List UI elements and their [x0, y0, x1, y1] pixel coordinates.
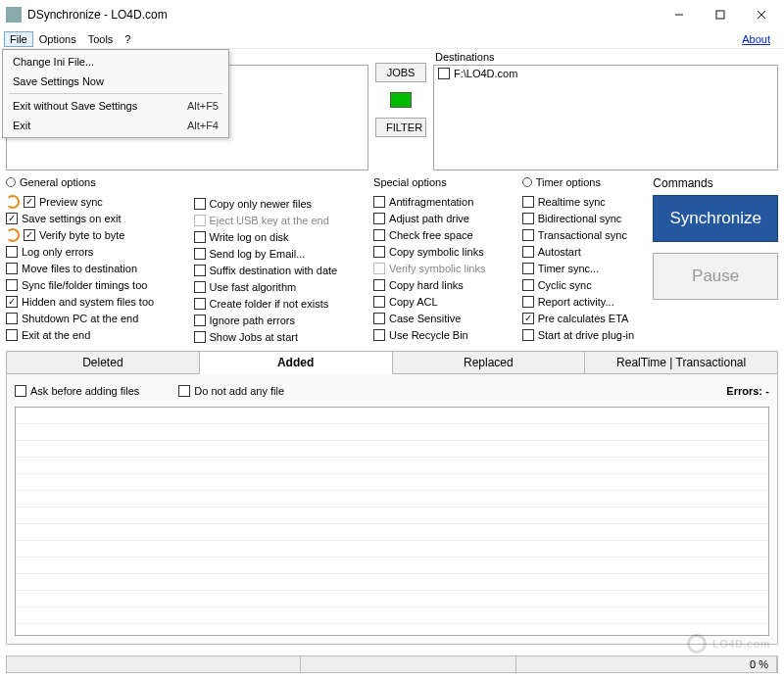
checkbox[interactable]: [194, 281, 206, 293]
tab-replaced[interactable]: Replaced: [393, 351, 586, 374]
checkbox[interactable]: [373, 229, 385, 241]
checkbox[interactable]: [373, 296, 385, 308]
checkbox[interactable]: [194, 331, 206, 343]
checkbox[interactable]: [194, 198, 206, 210]
checkbox[interactable]: [373, 329, 385, 341]
checkbox[interactable]: [6, 213, 18, 224]
checkbox[interactable]: [522, 279, 534, 291]
checkbox[interactable]: [194, 298, 206, 310]
special-option-0[interactable]: Antifragmentation: [373, 193, 518, 210]
special-options-title: Special options: [373, 176, 518, 188]
checkbox[interactable]: [6, 279, 18, 291]
general-b-option-7[interactable]: Ignore path errors: [194, 312, 370, 328]
menu-options[interactable]: Options: [33, 31, 82, 47]
tab-added[interactable]: Added: [200, 351, 393, 374]
general-b-option-6[interactable]: Create folder if not exists: [194, 295, 370, 312]
special-option-7[interactable]: Case Sensitive: [373, 310, 518, 326]
menu-change-ini[interactable]: Change Ini File...: [5, 52, 226, 72]
jobs-button[interactable]: JOBS: [375, 63, 426, 82]
filter-button[interactable]: FILTER: [375, 118, 426, 137]
checkbox[interactable]: [6, 246, 18, 258]
timer-option-4[interactable]: Timer sync...: [522, 260, 650, 276]
menu-exit-without-save[interactable]: Exit without Save SettingsAlt+F5: [5, 96, 226, 116]
checkbox[interactable]: [373, 196, 385, 208]
checkbox[interactable]: [194, 265, 206, 276]
timer-option-6[interactable]: Report activity...: [522, 293, 650, 310]
checkbox[interactable]: [522, 229, 534, 241]
general-a-option-0[interactable]: Preview sync: [6, 193, 190, 210]
menu-help[interactable]: ?: [119, 31, 136, 47]
general-a-option-7[interactable]: Shutdown PC at the end: [6, 310, 190, 326]
menu-tools[interactable]: Tools: [82, 31, 120, 47]
do-not-add-checkbox[interactable]: Do not add any file: [178, 382, 284, 399]
timer-option-3[interactable]: Autostart: [522, 243, 650, 260]
general-a-option-2[interactable]: Verify byte to byte: [6, 226, 190, 243]
menu-exit[interactable]: ExitAlt+F4: [5, 116, 226, 135]
checkbox[interactable]: [522, 263, 534, 274]
timer-option-1[interactable]: Bidirectional sync: [522, 210, 650, 226]
general-b-option-0[interactable]: Copy only newer files: [194, 195, 370, 212]
timer-radio[interactable]: [522, 177, 532, 187]
timer-option-7[interactable]: Pre calculates ETA: [522, 310, 650, 326]
special-option-6[interactable]: Copy ACL: [373, 293, 518, 310]
checkbox[interactable]: [6, 263, 18, 274]
special-option-2[interactable]: Check free space: [373, 226, 518, 243]
checkbox-label: Ignore path errors: [210, 315, 295, 326]
checkbox[interactable]: [6, 313, 18, 324]
general-b-option-2[interactable]: Write log on disk: [194, 228, 370, 245]
monitor-icon: [390, 92, 412, 108]
checkbox[interactable]: [373, 313, 385, 324]
checkbox[interactable]: [6, 296, 18, 308]
destination-checkbox[interactable]: [438, 68, 450, 79]
general-b-option-4[interactable]: Suffix destination with date: [194, 262, 370, 278]
timer-option-8[interactable]: Start at drive plug-in: [522, 326, 650, 343]
checkbox[interactable]: [6, 329, 18, 341]
checkbox[interactable]: [522, 296, 534, 308]
checkbox[interactable]: [373, 213, 385, 224]
timer-option-2[interactable]: Transactional sync: [522, 226, 650, 243]
close-button[interactable]: [741, 1, 782, 28]
checkbox[interactable]: [373, 246, 385, 258]
timer-option-0[interactable]: Realtime sync: [522, 193, 650, 210]
special-option-8[interactable]: Use Recycle Bin: [373, 326, 518, 343]
minimize-button[interactable]: [659, 1, 700, 28]
special-option-5[interactable]: Copy hard links: [373, 276, 518, 293]
general-a-option-3[interactable]: Log only errors: [6, 243, 190, 260]
general-radio[interactable]: [6, 177, 16, 187]
menu-file[interactable]: File: [4, 31, 33, 47]
timer-option-5[interactable]: Cyclic sync: [522, 276, 650, 293]
ask-before-adding-checkbox[interactable]: Ask before adding files: [15, 382, 139, 399]
checkbox[interactable]: [522, 329, 534, 341]
checkbox[interactable]: [522, 246, 534, 258]
general-b-option-5[interactable]: Use fast algorithm: [194, 278, 370, 295]
special-option-3[interactable]: Copy symbolic links: [373, 243, 518, 260]
general-b-option-3[interactable]: Send log by Email...: [194, 245, 370, 262]
checkbox[interactable]: [24, 229, 35, 241]
checkbox[interactable]: [24, 196, 35, 208]
checkbox[interactable]: [522, 213, 534, 224]
tab-realtime[interactable]: RealTime | Transactional: [585, 351, 778, 374]
checkbox[interactable]: [522, 313, 534, 324]
tab-deleted[interactable]: Deleted: [6, 351, 200, 374]
special-option-1[interactable]: Adjust path drive: [373, 210, 518, 226]
checkbox[interactable]: [194, 248, 206, 260]
general-b-option-8[interactable]: Show Jobs at start: [194, 328, 370, 345]
general-a-option-5[interactable]: Sync file/folder timings too: [6, 276, 190, 293]
checkbox[interactable]: [194, 315, 206, 326]
checkbox[interactable]: [373, 279, 385, 291]
destination-item[interactable]: F:\LO4D.com: [436, 68, 775, 79]
synchronize-button[interactable]: Synchronize: [653, 195, 778, 242]
destinations-list[interactable]: F:\LO4D.com: [433, 65, 778, 170]
general-a-option-6[interactable]: Hidden and system files too: [6, 293, 190, 310]
pause-button[interactable]: Pause: [653, 253, 778, 300]
timer-options-title: Timer options: [522, 176, 650, 188]
checkbox[interactable]: [194, 231, 206, 243]
checkbox[interactable]: [522, 196, 534, 208]
about-link[interactable]: About: [742, 33, 770, 45]
general-a-option-1[interactable]: Save settings on exit: [6, 210, 190, 226]
log-list[interactable]: [15, 407, 769, 636]
maximize-button[interactable]: [700, 1, 741, 28]
general-a-option-8[interactable]: Exit at the end: [6, 326, 190, 343]
general-a-option-4[interactable]: Move files to destination: [6, 260, 190, 276]
menu-save-settings-now[interactable]: Save Settings Now: [5, 72, 226, 91]
